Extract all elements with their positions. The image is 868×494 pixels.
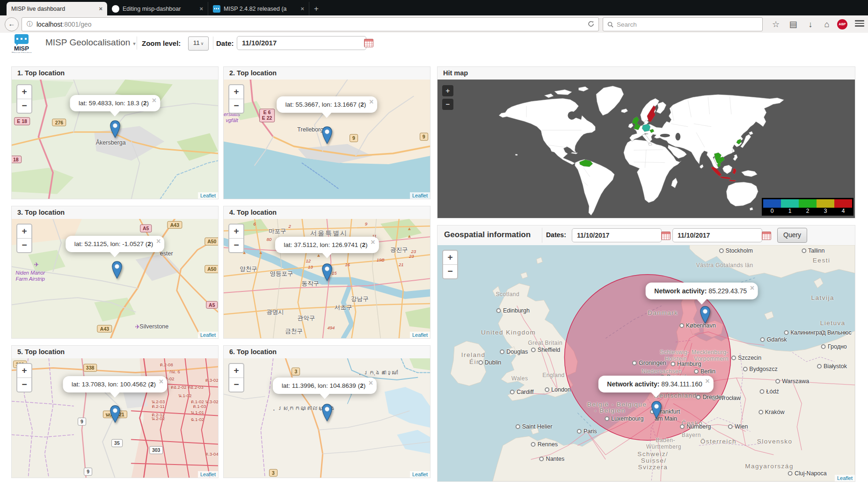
calendar-icon[interactable] [661, 232, 671, 240]
leaflet-map[interactable]: + − lat: 52.1125, lon: -1.0527 (2) × Lea… [12, 219, 218, 338]
popup-close-icon[interactable]: × [371, 239, 375, 246]
world-landmass[interactable] [749, 131, 753, 135]
map-marker[interactable] [109, 405, 121, 423]
leaflet-link[interactable]: Leaflet [412, 332, 428, 338]
new-tab-button[interactable]: + [309, 2, 323, 15]
zoom-out-button[interactable]: − [17, 378, 31, 392]
date-input[interactable]: 11/10/2017 [237, 36, 366, 50]
world-landmass[interactable] [700, 164, 703, 168]
leaflet-link[interactable]: Leaflet [200, 332, 216, 338]
map-marker[interactable] [321, 126, 333, 144]
bookmark-star-icon[interactable]: ☆ [770, 18, 782, 30]
app-title-dropdown[interactable]: MISP Geolocalisation▾ [45, 37, 136, 48]
tab-misp-dashboard[interactable]: MISP live dashboard × [7, 2, 107, 15]
zoom-level-select[interactable]: 11∨ [188, 36, 209, 51]
world-landmass[interactable] [544, 94, 554, 98]
world-landmass[interactable] [726, 182, 758, 206]
map-marker[interactable] [321, 263, 333, 281]
home-icon[interactable]: ⌂ [821, 18, 833, 30]
zoom-in-button[interactable]: + [229, 364, 243, 378]
world-landmass[interactable] [515, 154, 518, 155]
leaflet-map[interactable]: + − lat: 59.4833, lon: 18.3 (2) × Leafle… [12, 80, 218, 199]
adblock-icon[interactable]: ABP [837, 19, 847, 29]
world-landmass[interactable] [750, 207, 753, 210]
world-landmass[interactable] [578, 87, 588, 91]
back-button[interactable]: ← [5, 17, 19, 31]
world-landmass[interactable] [554, 89, 572, 94]
leaflet-link[interactable]: Leaflet [837, 475, 853, 481]
hit-map[interactable]: + − [438, 80, 855, 218]
popup-close-icon[interactable]: × [705, 378, 709, 385]
popup-close-icon[interactable]: × [369, 379, 373, 387]
leaflet-link[interactable]: Leaflet [412, 193, 428, 198]
popup-close-icon[interactable]: × [159, 378, 163, 385]
zoom-out-button[interactable]: − [443, 265, 457, 278]
map-marker[interactable] [699, 306, 711, 324]
map-marker[interactable] [651, 401, 663, 419]
zoom-in-button[interactable]: + [17, 225, 31, 239]
zoom-in-button[interactable]: + [17, 364, 31, 378]
zoom-out-button[interactable]: − [17, 239, 31, 252]
zoom-out-button[interactable]: − [17, 99, 31, 113]
zoom-in-button[interactable]: + [17, 85, 31, 99]
map-marker[interactable] [109, 120, 121, 138]
popup-close-icon[interactable]: × [152, 97, 156, 104]
world-landmass[interactable] [575, 160, 614, 216]
country-indonesia-java[interactable] [720, 176, 731, 179]
world-landmass[interactable] [741, 134, 751, 148]
geospatial-map[interactable]: StockholmTallinnEestiVästra Götalands lä… [438, 245, 855, 481]
query-button[interactable]: Query [777, 228, 807, 243]
leaflet-map[interactable]: + − lat: 11.3996, lon: 104.8639 (2) × Le… [224, 358, 430, 478]
calendar-icon[interactable] [364, 39, 373, 47]
world-landmass[interactable] [571, 153, 577, 154]
country-indonesia-lesser-sunda[interactable] [729, 180, 737, 182]
url-bar[interactable]: ⓘ localhost:8001/geo [22, 17, 599, 31]
map-attribution: Leaflet [410, 332, 430, 338]
country-united-kingdom[interactable] [632, 116, 641, 130]
leaflet-link[interactable]: Leaflet [200, 472, 216, 477]
world-landmass[interactable] [596, 86, 624, 116]
search-input[interactable]: Search [603, 17, 763, 31]
downloads-icon[interactable]: ↓ [804, 18, 817, 30]
world-landmass[interactable] [628, 123, 634, 128]
reading-list-icon[interactable]: ▤ [787, 18, 799, 30]
zoom-in-button[interactable]: + [229, 85, 243, 99]
tab-misp-release[interactable]: MISP 2.4.82 released (a × [208, 2, 309, 15]
date-from-input[interactable] [572, 228, 662, 242]
page-info-icon[interactable]: ⓘ [27, 20, 33, 29]
map-marker[interactable] [111, 261, 123, 279]
popup-close-icon[interactable]: × [369, 98, 373, 106]
tab-close-icon[interactable]: × [99, 5, 102, 12]
world-landmass[interactable] [671, 178, 678, 188]
zoom-in-button[interactable]: + [442, 85, 453, 96]
misp-logo[interactable]: MISP Threat Sharing [11, 34, 32, 55]
menu-icon[interactable] [855, 20, 864, 27]
zoom-out-button[interactable]: − [229, 239, 243, 252]
map-marker[interactable] [321, 404, 333, 421]
leaflet-link[interactable]: Leaflet [200, 193, 216, 198]
country-indonesia-sulawesi[interactable] [732, 168, 737, 174]
tab-close-icon[interactable]: × [199, 5, 203, 12]
reload-icon[interactable] [588, 21, 594, 29]
leaflet-map[interactable]: + − lat: 55.3667, lon: 13.1667 (2) × Lea… [224, 80, 430, 199]
world-landmass[interactable] [621, 109, 627, 113]
world-landmass[interactable] [733, 154, 738, 161]
world-landmass[interactable] [722, 165, 732, 174]
leaflet-map[interactable]: + − lat: 13.7083, lon: 100.4562 (2) × Le… [12, 358, 218, 478]
zoom-in-button[interactable]: + [443, 251, 457, 265]
leaflet-map[interactable]: + − lat: 37.5112, lon: 126.9741 (2) × Le… [224, 219, 430, 338]
popup-close-icon[interactable]: × [156, 238, 160, 245]
world-landmass[interactable] [741, 170, 757, 177]
world-landmass[interactable] [499, 98, 595, 165]
leaflet-link[interactable]: Leaflet [412, 472, 428, 477]
tab-github-editing[interactable]: Editing misp-dashboar × [107, 2, 208, 15]
tab-close-icon[interactable]: × [300, 5, 304, 12]
date-to-input[interactable] [672, 228, 762, 242]
zoom-out-button[interactable]: − [229, 99, 243, 113]
popup-close-icon[interactable]: × [750, 284, 754, 292]
zoom-out-button[interactable]: − [229, 378, 243, 392]
zoom-out-button[interactable]: − [442, 99, 453, 110]
world-landmass[interactable] [656, 102, 666, 114]
calendar-icon[interactable] [762, 232, 771, 240]
zoom-in-button[interactable]: + [229, 225, 243, 239]
